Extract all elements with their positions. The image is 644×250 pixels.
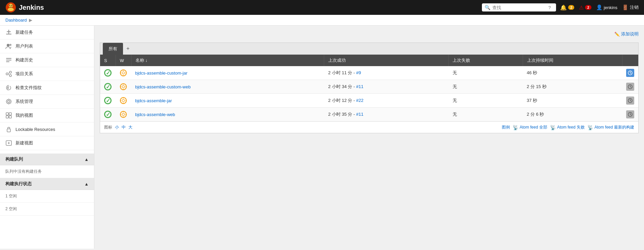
job-last-duration-cell: 2 分 15 秒 xyxy=(523,80,622,94)
icon-size-small[interactable]: 小 xyxy=(115,124,119,130)
atom-feed-all[interactable]: 📡 Atom feed 全部 xyxy=(513,124,547,130)
notifications-badge[interactable]: 🔔 2 xyxy=(560,4,574,11)
svg-rect-12 xyxy=(6,61,9,62)
add-description-button[interactable]: ✏️ 添加说明 xyxy=(614,31,639,37)
status-success-icon: ✓ xyxy=(104,69,112,77)
logout-button[interactable]: 🚪 注销 xyxy=(622,4,639,10)
job-last-failure-cell: 无 xyxy=(449,80,523,94)
breadcrumb-dashboard[interactable]: Dashboard xyxy=(5,18,27,23)
user-menu[interactable]: 👤 jenkins xyxy=(596,4,617,10)
atom-feed-fail[interactable]: 📡 Atom feed 失败 xyxy=(550,124,585,130)
legend-link[interactable]: 图例 xyxy=(502,124,510,130)
build-executor-collapse[interactable]: ▲ xyxy=(84,182,89,187)
job-weather-cell xyxy=(116,108,131,121)
sidebar: 新建任务 用户列表 构建历史 项目关系 检查文件指纹 xyxy=(0,26,94,249)
new-view-icon xyxy=(5,140,12,146)
legend-label: 图例 xyxy=(502,124,510,130)
svg-point-13 xyxy=(6,73,8,75)
last-duration-text: 37 秒 xyxy=(527,98,537,103)
svg-point-9 xyxy=(9,44,11,46)
search-input[interactable] xyxy=(492,5,546,10)
executor-1-label: 1 空闲 xyxy=(5,194,17,198)
job-history-cell xyxy=(622,108,638,121)
sidebar-label-new-view: 新建视图 xyxy=(16,140,33,146)
alerts-badge[interactable]: ⚠ 2 xyxy=(579,4,591,11)
icon-size-medium[interactable]: 中 xyxy=(122,124,126,130)
last-duration-text: 2 分 15 秒 xyxy=(527,84,547,89)
svg-point-46 xyxy=(122,100,125,102)
job-name-link[interactable]: bjdcs-assemble-jar xyxy=(135,98,172,103)
build-queue-collapse[interactable]: ▲ xyxy=(84,157,89,162)
svg-line-16 xyxy=(8,73,10,74)
sidebar-item-users[interactable]: 用户列表 xyxy=(0,39,94,53)
svg-line-17 xyxy=(8,74,10,75)
svg-point-8 xyxy=(7,44,9,47)
history-button[interactable] xyxy=(626,83,634,91)
search-box[interactable]: 🔍 ? xyxy=(482,3,556,11)
table-row: ✓ bjdcs-assemble-jar2 小时 12 分 - #22无37 秒 xyxy=(100,94,638,108)
atom-fail-icon: 📡 xyxy=(550,125,556,130)
gear-icon xyxy=(5,98,12,105)
col-header-name[interactable]: 名称 ↓ xyxy=(131,55,324,66)
last-success-text: 2 小时 11 分 - xyxy=(328,70,356,75)
relation-icon xyxy=(5,71,12,77)
svg-rect-5 xyxy=(6,34,11,34)
icon-label: 图标 xyxy=(104,124,112,130)
sidebar-item-fingerprint[interactable]: 检查文件指纹 xyxy=(0,81,94,95)
history-button[interactable] xyxy=(626,110,634,118)
main-layout: 新建任务 用户列表 构建历史 项目关系 检查文件指纹 xyxy=(0,26,644,249)
logout-icon: 🚪 xyxy=(622,4,628,10)
sidebar-label-my-views: 我的视图 xyxy=(16,112,33,118)
last-success-build-link[interactable]: #9 xyxy=(356,70,361,75)
build-queue-section: 构建队列 ▲ xyxy=(0,154,94,165)
last-success-build-link[interactable]: #11 xyxy=(356,84,364,89)
add-description-label: 添加说明 xyxy=(621,31,639,37)
sidebar-item-system-mgmt[interactable]: 系统管理 xyxy=(0,95,94,109)
sidebar-item-build-history[interactable]: 构建历史 xyxy=(0,53,94,67)
icon-size-large[interactable]: 大 xyxy=(128,124,132,130)
views-tabs: 所有 + xyxy=(100,43,638,55)
sidebar-item-project-rel[interactable]: 项目关系 xyxy=(0,67,94,81)
sidebar-item-my-views[interactable]: 我的视图 xyxy=(0,109,94,122)
col-header-last-duration: 上次持续时间 xyxy=(523,55,622,66)
jobs-table: S W 名称 ↓ 上次成功 上次失败 上次持续时间 ✓ bjdcs-as xyxy=(100,55,638,121)
add-view-button[interactable]: + xyxy=(123,44,133,54)
col-header-w: W xyxy=(116,55,131,66)
svg-rect-7 xyxy=(7,31,11,32)
view-tab-all[interactable]: 所有 xyxy=(103,43,123,55)
job-name-link[interactable]: bjdcs-assemble-web xyxy=(135,112,175,117)
build-executor-title: 构建执行状态 xyxy=(5,181,32,187)
weather-building-icon xyxy=(120,69,127,77)
sidebar-item-new-view[interactable]: 新建视图 xyxy=(0,136,94,150)
job-history-cell xyxy=(622,80,638,94)
job-name-link[interactable]: bjdcs-assemble-custom-jar xyxy=(135,71,187,76)
atom-feed-latest[interactable]: 📡 Atom feed 最新的构建 xyxy=(587,124,634,130)
weather-building-icon xyxy=(120,83,127,90)
svg-line-53 xyxy=(630,101,631,101)
username-label: jenkins xyxy=(604,5,617,10)
fingerprint-icon xyxy=(5,84,12,91)
sidebar-item-lockable[interactable]: Lockable Resources xyxy=(0,122,94,136)
last-success-build-link[interactable]: #11 xyxy=(356,112,364,117)
search-help-icon[interactable]: ? xyxy=(548,5,551,10)
user-icon: 👤 xyxy=(596,4,603,10)
job-name-link[interactable]: bjdcs-assemble-custom-web xyxy=(135,84,191,89)
executor-2-label: 2 空闲 xyxy=(5,206,17,211)
last-failure-text: 无 xyxy=(453,112,457,117)
history-button[interactable] xyxy=(626,69,634,77)
job-last-duration-cell: 46 秒 xyxy=(523,66,622,80)
col-header-last-success: 上次成功 xyxy=(324,55,449,66)
last-success-build-link[interactable]: #22 xyxy=(356,98,364,103)
svg-point-2 xyxy=(8,8,14,11)
main-header: Jenkins 🔍 ? 🔔 2 ⚠ 2 👤 jenkins 🚪 注销 xyxy=(0,0,644,15)
jenkins-logo[interactable]: Jenkins xyxy=(5,2,44,13)
sidebar-item-new-task[interactable]: 新建任务 xyxy=(0,26,94,39)
build-queue-empty: 队列中没有构建任务 xyxy=(5,169,42,174)
col-header-s: S xyxy=(100,55,116,66)
job-name-cell: bjdcs-assemble-jar xyxy=(131,94,324,108)
job-name-cell: bjdcs-assemble-web xyxy=(131,108,324,121)
build-executor-section: 构建执行状态 ▲ xyxy=(0,178,94,190)
job-last-duration-cell: 2 分 6 秒 xyxy=(523,108,622,121)
history-button[interactable] xyxy=(626,96,634,105)
job-name-cell: bjdcs-assemble-custom-web xyxy=(131,80,324,94)
